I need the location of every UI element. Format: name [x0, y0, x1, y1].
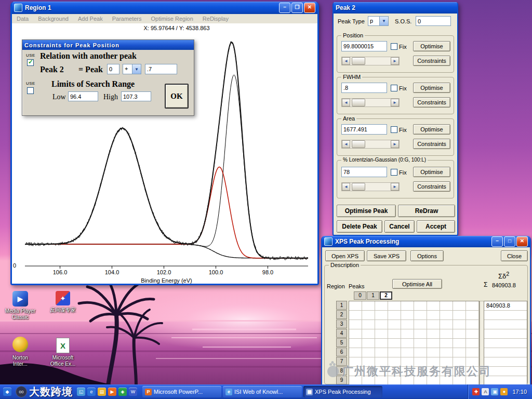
options-button[interactable]: Options [410, 250, 444, 261]
scroll-thumb[interactable] [352, 57, 365, 65]
open-xps-button[interactable]: Open XPS [325, 250, 365, 261]
use-relation-checkbox[interactable] [27, 59, 34, 66]
menu-data[interactable]: Data [12, 16, 33, 22]
save-xps-button[interactable]: Save XPS [367, 250, 406, 261]
media-player-icon[interactable]: ▶ [108, 388, 116, 396]
position-input[interactable]: 99.8000015 [341, 41, 387, 51]
scroll-left-icon[interactable]: ◄ [342, 57, 350, 65]
show-desktop-icon[interactable]: ◱ [77, 388, 85, 396]
grid-col-header[interactable]: 0 [354, 291, 366, 300]
desktop-icon-excel[interactable]: X Microsoft Office Ex... [43, 338, 83, 367]
region-titlebar[interactable]: Region 1 – ❐ ✕ [12, 2, 317, 14]
area-scrollbar[interactable]: ◄ ► [341, 140, 400, 149]
scroll-track[interactable] [350, 140, 391, 148]
processing-titlebar[interactable]: XPS Peak Processing – □ ✕ [322, 236, 530, 247]
maximize-button[interactable]: □ [504, 236, 515, 247]
cancel-button[interactable]: Cancel [384, 220, 415, 233]
chevron-down-icon[interactable]: ▼ [379, 17, 388, 25]
relation-offset-input[interactable]: .7 [145, 64, 177, 74]
lg-input[interactable]: 78 [341, 167, 387, 177]
scroll-track[interactable] [350, 99, 391, 107]
high-input[interactable]: 107.3 [121, 91, 151, 101]
area-optimise-button[interactable]: Optimise [413, 124, 450, 135]
scroll-left-icon[interactable]: ◄ [342, 140, 350, 148]
menu-add-peak[interactable]: Add Peak [73, 16, 108, 22]
grid-row-header[interactable]: 2 [336, 310, 347, 319]
task-isi-web-of-knowledge[interactable]: eISI Web of Knowl... [223, 386, 302, 397]
position-optimise-button[interactable]: Optimise [413, 41, 450, 51]
chevron-down-icon[interactable]: ▼ [132, 64, 141, 74]
optimise-peak-button[interactable]: Optimise Peak [337, 205, 396, 217]
position-scrollbar[interactable]: ◄ ► [341, 57, 400, 65]
position-constraints-button[interactable]: Constraints [413, 56, 450, 66]
peak-titlebar[interactable]: Peak 2 [334, 2, 457, 14]
grid-row-header[interactable]: 6 [336, 348, 347, 356]
scroll-thumb[interactable] [352, 99, 365, 107]
restore-button[interactable]: ❐ [291, 3, 303, 13]
redraw-button[interactable]: ReDraw [398, 205, 455, 217]
taskbar-app-icon[interactable]: ◆ [3, 388, 11, 396]
word-icon[interactable]: W [129, 388, 137, 396]
desktop-icon-media-player-classic[interactable]: ▶ Media Player Classic [0, 291, 41, 321]
tray-language-icon[interactable]: A [482, 388, 489, 395]
area-input[interactable]: 1677.491 [341, 124, 387, 135]
close-button[interactable]: ✕ [304, 3, 315, 13]
menu-optimise-region[interactable]: Optimise Region [147, 16, 198, 22]
fwhm-fix-checkbox[interactable] [391, 85, 397, 91]
grid-row-header[interactable]: 5 [336, 338, 347, 347]
minimize-button[interactable]: – [491, 236, 503, 247]
relation-operator-select[interactable]: + ▼ [123, 64, 141, 74]
desktop-icon-anti-spy[interactable]: ✦ 反间谍专家 [43, 291, 83, 313]
accept-button[interactable]: Accept [417, 220, 455, 233]
ok-button[interactable]: OK [165, 84, 189, 109]
lg-scrollbar[interactable]: ◄ ► [341, 182, 400, 191]
lg-optimise-button[interactable]: Optimise [413, 167, 450, 177]
tray-update-icon[interactable]: ● [500, 388, 508, 395]
scroll-left-icon[interactable]: ◄ [342, 183, 350, 191]
area-constraints-button[interactable]: Constraints [413, 139, 450, 149]
folder-icon[interactable]: ▤ [98, 388, 106, 396]
menu-background[interactable]: Background [33, 16, 73, 22]
close-icon[interactable]: ✕ [516, 236, 528, 247]
grid-row-header[interactable]: 4 [336, 329, 347, 338]
constraints-titlebar[interactable]: Constraints for Peak Position [22, 40, 194, 50]
sos-input[interactable]: 0 [416, 16, 451, 26]
position-fix-checkbox[interactable] [391, 43, 397, 50]
delete-peak-button[interactable]: Delete Peak [337, 220, 382, 233]
relation-peak-input[interactable]: 0 [107, 64, 119, 74]
scroll-track[interactable] [350, 57, 391, 65]
fwhm-optimise-button[interactable]: Optimise [413, 83, 450, 93]
scroll-right-icon[interactable]: ► [391, 57, 399, 65]
scroll-thumb[interactable] [352, 183, 365, 191]
internet-explorer-icon[interactable]: e [87, 388, 96, 396]
peak-type-select[interactable]: p ▼ [368, 16, 389, 26]
task-xps-peak-processing[interactable]: ▦XPS Peak Processing [303, 386, 382, 397]
desktop-icon-norton[interactable]: Norton Inter... [0, 337, 41, 367]
task-microsoft-powerpoint[interactable]: PMicrosoft PowerP... [142, 386, 221, 397]
lg-fix-checkbox[interactable] [391, 169, 397, 176]
tray-antivirus-icon[interactable]: ✚ [472, 388, 480, 395]
lg-constraints-button[interactable]: Constraints [413, 181, 450, 192]
scroll-right-icon[interactable]: ► [391, 99, 399, 107]
low-input[interactable]: 96.4 [68, 91, 98, 101]
messenger-icon[interactable]: ◈ [118, 388, 127, 396]
fwhm-scrollbar[interactable]: ◄ ► [341, 98, 400, 107]
scroll-right-icon[interactable]: ► [391, 140, 399, 148]
menu-parameters[interactable]: Parameters [108, 16, 147, 22]
scroll-track[interactable] [350, 183, 391, 191]
fwhm-input[interactable]: .8 [341, 83, 387, 93]
minimize-button[interactable]: – [279, 3, 290, 13]
grid-col-header[interactable]: 2 [380, 291, 392, 300]
scroll-right-icon[interactable]: ► [391, 183, 399, 191]
scroll-left-icon[interactable]: ◄ [342, 99, 350, 107]
use-limits-checkbox[interactable] [27, 87, 34, 94]
close-button[interactable]: Close [501, 250, 528, 261]
tray-network-icon[interactable]: ▣ [491, 388, 498, 395]
menu-redisplay[interactable]: ReDisplay [198, 16, 233, 22]
scroll-thumb[interactable] [352, 140, 365, 148]
grid-row-header[interactable]: 3 [336, 320, 347, 328]
fwhm-constraints-button[interactable]: Constraints [413, 97, 450, 108]
grid-col-header[interactable]: 1 [367, 291, 379, 300]
area-fix-checkbox[interactable] [391, 126, 397, 133]
optimise-all-button[interactable]: Optimise All [392, 279, 442, 289]
